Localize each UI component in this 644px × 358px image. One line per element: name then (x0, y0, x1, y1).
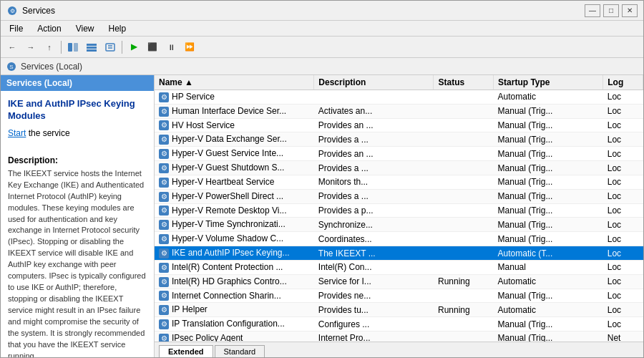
stop-service-button[interactable]: ⬛ (144, 39, 161, 55)
toolbar-sep-2 (122, 41, 122, 54)
service-log-cell: Loc (603, 260, 643, 274)
pause-service-button[interactable]: ⏸ (162, 39, 180, 55)
start-link[interactable]: Start (8, 128, 26, 138)
col-description[interactable]: Description (314, 75, 434, 90)
service-status-cell (434, 175, 494, 189)
service-log-cell: Loc (603, 218, 643, 232)
menu-help[interactable]: Help (103, 22, 132, 35)
table-row[interactable]: ⚙IKE and AuthIP IPsec Keying...The IKEEX… (155, 246, 643, 261)
table-header-row: Name ▲ Description Status Startup Type (155, 75, 643, 90)
svg-rect-5 (87, 47, 97, 49)
col-status[interactable]: Status (434, 75, 494, 90)
service-description-cell: The IKEEXT ... (314, 246, 434, 261)
description-label: Description: (8, 155, 147, 165)
table-row[interactable]: ⚙IP Translation Configuration...Configur… (155, 317, 643, 332)
table-row[interactable]: ⚙IPsec Policy AgentInternet Pro...Manual… (155, 332, 643, 342)
table-row[interactable]: ⚙Intel(R) Content Protection ...Intel(R)… (155, 260, 643, 274)
table-row[interactable]: ⚙Hyper-V Remote Desktop Vi...Provides a … (155, 203, 643, 218)
service-name-text: IKE and AuthIP IPsec Keying... (172, 248, 290, 258)
service-name-cell: ⚙Internet Connection Sharin... (155, 289, 314, 303)
service-startup-cell: Manual (Trig... (494, 232, 603, 246)
service-name-cell: ⚙Intel(R) Content Protection ... (155, 260, 314, 274)
service-name-cell: ⚙Hyper-V Data Exchange Ser... (155, 132, 314, 147)
table-row[interactable]: ⚙Internet Connection Sharin...Provides n… (155, 289, 643, 303)
menu-view[interactable]: View (70, 22, 100, 35)
table-row[interactable]: ⚙HV Host ServiceProvides an ...Manual (T… (155, 118, 643, 132)
service-row-icon: ⚙ (159, 149, 169, 159)
table-row[interactable]: ⚙Human Interface Device Ser...Activates … (155, 104, 643, 118)
service-name-cell: ⚙IKE and AuthIP IPsec Keying... (155, 246, 314, 261)
service-name-text: Intel(R) Content Protection ... (172, 262, 283, 272)
service-status-cell (434, 104, 494, 118)
table-row[interactable]: ⚙IP HelperProvides tu...RunningAutomatic… (155, 303, 643, 317)
up-button[interactable]: ↑ (41, 39, 58, 55)
service-name-cell: ⚙Hyper-V Volume Shadow C... (155, 232, 314, 246)
tab-standard[interactable]: Standard (215, 345, 265, 357)
table-row[interactable]: ⚙HP ServiceAutomaticLoc (155, 90, 643, 105)
service-row-icon: ⚙ (159, 92, 169, 102)
tab-extended[interactable]: Extended (159, 345, 213, 357)
service-startup-cell: Manual (Trig... (494, 147, 603, 161)
table-row[interactable]: ⚙Hyper-V PowerShell Direct ...Provides a… (155, 189, 643, 203)
service-startup-cell: Manual (Trig... (494, 189, 603, 203)
service-description-cell: Provides a p... (314, 203, 434, 218)
service-log-cell: Loc (603, 246, 643, 261)
window-title: Services (22, 6, 55, 16)
service-startup-cell: Manual (Trig... (494, 203, 603, 218)
service-status-cell (434, 289, 494, 303)
service-name-text: Internet Connection Sharin... (172, 291, 281, 301)
service-log-cell: Loc (603, 118, 643, 132)
table-row[interactable]: ⚙Hyper-V Volume Shadow C...Coordinates..… (155, 232, 643, 246)
service-name-cell: ⚙Hyper-V Guest Service Inte... (155, 147, 314, 161)
start-service-button[interactable]: ▶ (125, 39, 142, 55)
service-name-text: Hyper-V Time Synchronizati... (172, 219, 286, 229)
service-name-text: HP Service (172, 92, 215, 102)
show-hide-button[interactable] (64, 39, 82, 55)
start-link-suffix: the service (26, 128, 69, 138)
maximize-button[interactable]: □ (603, 4, 619, 17)
service-description-cell: Provides a ... (314, 189, 434, 203)
table-row[interactable]: ⚙Hyper-V Heartbeat ServiceMonitors th...… (155, 175, 643, 189)
service-status-cell (434, 189, 494, 203)
main-content: Services (Local) IKE and AuthIP IPsec Ke… (1, 75, 643, 357)
properties-button[interactable] (102, 39, 119, 55)
service-name-cell: ⚙Hyper-V Remote Desktop Vi... (155, 203, 314, 218)
menu-action[interactable]: Action (31, 22, 67, 35)
show-all-button[interactable] (83, 39, 100, 55)
services-table-container[interactable]: Name ▲ Description Status Startup Type (155, 75, 643, 342)
table-row[interactable]: ⚙Hyper-V Guest Service Inte...Provides a… (155, 147, 643, 161)
service-row-icon: ⚙ (159, 192, 169, 202)
service-status-cell: Running (434, 303, 494, 317)
service-description-cell: Provides an ... (314, 147, 434, 161)
table-row[interactable]: ⚙Hyper-V Data Exchange Ser...Provides a … (155, 132, 643, 147)
svg-text:⚙: ⚙ (10, 8, 15, 14)
service-name-cell: ⚙HP Service (155, 90, 314, 105)
service-description-cell: Intel(R) Con... (314, 260, 434, 274)
selected-service-title: IKE and AuthIP IPsec Keying Modules (8, 98, 147, 122)
back-button[interactable]: ← (4, 39, 21, 55)
window-icon: ⚙ (6, 5, 18, 16)
table-row[interactable]: ⚙Hyper-V Time Synchronizati...Synchroniz… (155, 218, 643, 232)
resume-service-button[interactable]: ⏩ (181, 39, 198, 55)
col-startup[interactable]: Startup Type (494, 75, 603, 90)
menu-file[interactable]: File (4, 22, 29, 35)
col-name[interactable]: Name ▲ (155, 75, 314, 90)
service-startup-cell: Manual (Trig... (494, 289, 603, 303)
service-row-icon: ⚙ (159, 107, 169, 117)
service-status-cell (434, 132, 494, 147)
service-startup-cell: Manual (Trig... (494, 118, 603, 132)
service-log-cell: Loc (603, 232, 643, 246)
service-status-cell (434, 260, 494, 274)
svg-rect-2 (68, 43, 72, 52)
col-log[interactable]: Log (603, 75, 643, 90)
forward-button[interactable]: → (22, 39, 39, 55)
close-button[interactable]: ✕ (622, 4, 638, 17)
service-description-cell: Configures ... (314, 317, 434, 332)
service-row-icon: ⚙ (159, 205, 169, 216)
service-log-cell: Loc (603, 90, 643, 105)
service-name-text: IP Translation Configuration... (172, 319, 285, 329)
table-row[interactable]: ⚙Hyper-V Guest Shutdown S...Provides a .… (155, 161, 643, 175)
title-bar-left: ⚙ Services (6, 5, 55, 16)
minimize-button[interactable]: — (585, 4, 600, 17)
table-row[interactable]: ⚙Intel(R) HD Graphics Contro...Service f… (155, 274, 643, 289)
